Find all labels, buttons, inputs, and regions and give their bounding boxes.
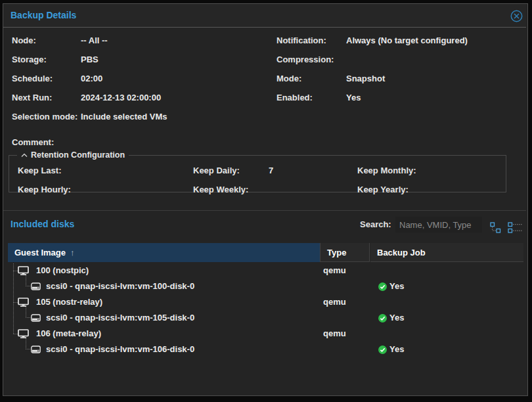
table-row-disk-106[interactable]: scsi0 - qnap-iscsi-lvm:vm-106-disk-0 Yes	[8, 342, 523, 357]
search-label: Search:	[360, 219, 391, 229]
keep-daily-label: Keep Daily:	[193, 166, 240, 176]
guest-type: qemu	[323, 294, 346, 310]
retention-legend-text: Retention Configuration	[31, 150, 125, 160]
collapse-caret-icon	[21, 150, 28, 160]
column-header-type-label: Type	[327, 248, 346, 257]
included-disks-title: Included disks	[11, 217, 74, 231]
column-header-guest-image[interactable]: Guest Image↑	[8, 243, 320, 262]
table-row-vm-100[interactable]: 100 (nostpic) qemu	[8, 263, 523, 279]
close-icon[interactable]	[510, 10, 523, 22]
guest-name: scsi0 - qnap-iscsi-lvm:vm-100-disk-0	[46, 279, 194, 294]
retention-configuration-fieldset: Retention Configuration Keep Last: Keep …	[9, 150, 506, 192]
backup-job-value: Yes	[389, 310, 404, 326]
compression-label: Compression:	[277, 55, 334, 65]
retention-legend[interactable]: Retention Configuration	[17, 150, 129, 160]
guest-type: qemu	[323, 326, 346, 342]
expand-all-icon[interactable]	[508, 222, 522, 234]
node-value: -- All --	[81, 35, 108, 46]
schedule-value: 02:00	[81, 74, 102, 84]
check-circle-icon	[378, 346, 387, 354]
column-header-guest-image-label: Guest Image	[14, 248, 66, 257]
comment-label: Comment:	[12, 137, 54, 148]
collapse-all-icon[interactable]	[490, 222, 504, 234]
guest-type: qemu	[323, 263, 346, 279]
storage-value: PBS	[81, 55, 99, 65]
backup-job-value: Yes	[389, 279, 404, 294]
selection-mode-label: Selection mode:	[12, 112, 78, 122]
enabled-label: Enabled:	[277, 93, 313, 103]
titlebar-separator	[3, 27, 526, 28]
selection-mode-value: Include selected VMs	[81, 112, 167, 122]
keep-yearly-label: Keep Yearly:	[357, 185, 409, 195]
guest-name: 105 (nostr-relay)	[36, 294, 102, 310]
schedule-label: Schedule:	[12, 74, 53, 84]
enabled-value: Yes	[346, 93, 361, 103]
column-header-backup-job[interactable]: Backup Job	[370, 243, 523, 262]
guest-name: 100 (nostpic)	[36, 263, 89, 279]
check-circle-icon	[378, 282, 387, 291]
table-row-disk-105[interactable]: scsi0 - qnap-iscsi-lvm:vm-105-disk-0 Yes	[8, 310, 523, 326]
keep-weekly-label: Keep Weekly:	[193, 185, 248, 195]
disk-icon	[31, 346, 41, 355]
notification-label: Notification:	[277, 35, 326, 46]
guest-name: 106 (meta-relay)	[36, 326, 101, 342]
vm-icon	[18, 329, 29, 340]
panel-divider	[3, 210, 526, 211]
mode-label: Mode:	[277, 74, 301, 84]
next-run-label: Next Run:	[12, 93, 52, 103]
vm-icon	[18, 266, 29, 277]
backup-job-value: Yes	[389, 342, 404, 357]
notification-value: Always (No target configured)	[346, 35, 468, 46]
keep-monthly-label: Keep Monthly:	[357, 166, 416, 176]
mode-value: Snapshot	[346, 74, 385, 84]
column-header-backup-job-label: Backup Job	[377, 248, 426, 257]
backup-details-dialog: Backup Details Node: -- All -- Storage: …	[0, 0, 532, 402]
next-run-value: 2024-12-13 02:00:00	[81, 93, 161, 103]
dialog-title: Backup Details	[11, 4, 76, 27]
node-label: Node:	[12, 35, 36, 46]
check-circle-icon	[378, 314, 387, 323]
storage-label: Storage:	[12, 55, 47, 65]
disk-icon	[31, 282, 41, 292]
table-row-vm-105[interactable]: 105 (nostr-relay) qemu	[8, 294, 523, 310]
table-row-disk-100[interactable]: scsi0 - qnap-iscsi-lvm:vm-100-disk-0 Yes	[8, 279, 523, 294]
vm-icon	[18, 298, 29, 309]
table-row-vm-106[interactable]: 106 (meta-relay) qemu	[8, 326, 523, 342]
guest-name: scsi0 - qnap-iscsi-lvm:vm-105-disk-0	[46, 310, 194, 326]
keep-daily-value: 7	[269, 166, 273, 176]
keep-last-label: Keep Last:	[18, 166, 61, 176]
search-input[interactable]	[395, 217, 482, 233]
dialog-titlebar	[3, 4, 526, 27]
disk-icon	[31, 314, 41, 324]
guest-name: scsi0 - qnap-iscsi-lvm:vm-106-disk-0	[46, 342, 194, 357]
keep-hourly-label: Keep Hourly:	[18, 185, 71, 195]
sort-asc-icon: ↑	[66, 248, 75, 257]
column-header-type[interactable]: Type	[320, 243, 370, 262]
